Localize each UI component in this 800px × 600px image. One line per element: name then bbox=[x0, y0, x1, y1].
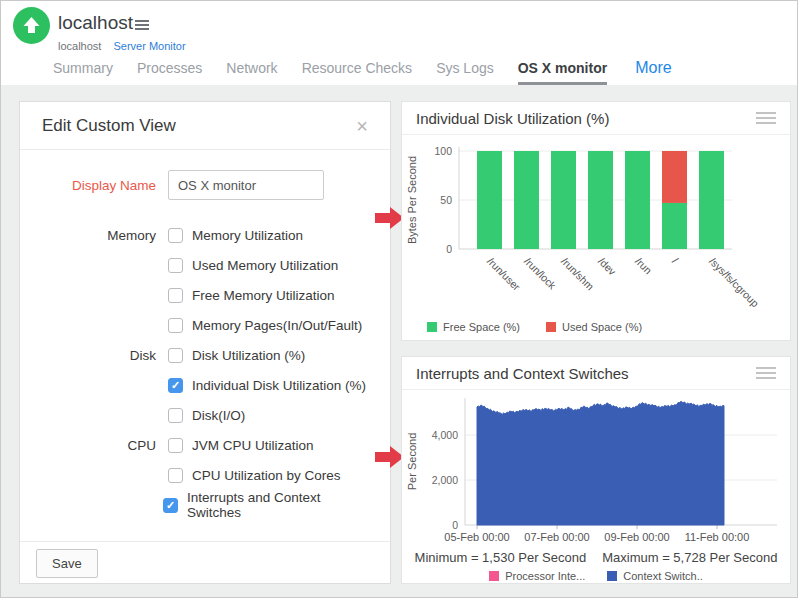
legend-swatch-icon bbox=[489, 571, 499, 581]
display-name-label: Display Name bbox=[40, 170, 156, 202]
title-hamburger-icon[interactable] bbox=[135, 20, 149, 32]
tab-summary[interactable]: Summary bbox=[53, 60, 113, 85]
x-tick-label: /run bbox=[633, 255, 654, 276]
y-axis-title: Per Second bbox=[406, 433, 418, 490]
x-tick-label: 09-Feb 00:00 bbox=[604, 531, 669, 543]
context-switches-area-series bbox=[477, 401, 724, 525]
bar-free-run bbox=[625, 151, 650, 249]
metric-label: Disk Utilization (%) bbox=[192, 348, 305, 363]
metric-row-free-memory-utilization: Free Memory Utilization bbox=[40, 280, 370, 310]
legend-label: Processor Inte... bbox=[505, 570, 585, 582]
panel-body: Display Name MemoryMemory UtilizationUse… bbox=[20, 150, 390, 520]
tab-resource-checks[interactable]: Resource Checks bbox=[302, 60, 413, 85]
tab-sys-logs[interactable]: Sys Logs bbox=[436, 60, 494, 85]
unchecked-checkbox-cpu-utilization-by-cores[interactable] bbox=[168, 468, 183, 483]
metric-label: Free Memory Utilization bbox=[192, 288, 335, 303]
page-title: localhost bbox=[58, 12, 133, 34]
x-tick-label: /run/lock bbox=[522, 255, 559, 292]
metric-label: Interrupts and Context Switches bbox=[187, 490, 370, 520]
metric-row-jvm-cpu-utilization: CPUJVM CPU Utilization bbox=[40, 430, 370, 460]
checked-checkbox-individual-disk-utilization[interactable] bbox=[168, 378, 183, 393]
x-tick-label: /run/user bbox=[485, 255, 523, 293]
x-tick-label: 11-Feb 00:00 bbox=[685, 531, 750, 543]
metric-label: Memory Pages(In/Out/Fault) bbox=[192, 318, 362, 333]
metric-row-individual-disk-utilization: Individual Disk Utilization (%) bbox=[40, 370, 370, 400]
unchecked-checkbox-free-memory-utilization[interactable] bbox=[168, 288, 183, 303]
disk-chart-menu-icon[interactable] bbox=[756, 109, 776, 127]
disk-chart-legend: Free Space (%)Used Space (%) bbox=[402, 314, 790, 340]
unchecked-checkbox-memory-pages-in-out-fault[interactable] bbox=[168, 318, 183, 333]
metric-label: Used Memory Utilization bbox=[192, 258, 338, 273]
legend-item-processor-inte[interactable]: Processor Inte... bbox=[489, 570, 585, 582]
interrupts-chart-header: Interrupts and Context Switches bbox=[402, 357, 790, 390]
disk-chart-header: Individual Disk Utilization (%) bbox=[402, 102, 790, 135]
y-tick-label: 4,000 bbox=[432, 429, 458, 441]
metric-label: Memory Utilization bbox=[192, 228, 303, 243]
tab-processes[interactable]: Processes bbox=[137, 60, 202, 85]
breadcrumb-server-monitor-link[interactable]: Server Monitor bbox=[113, 40, 185, 52]
panel-footer: Save bbox=[20, 541, 390, 583]
metric-row-used-memory-utilization: Used Memory Utilization bbox=[40, 250, 370, 280]
maximum-label: Maximum = 5,728 Per Second bbox=[602, 550, 777, 567]
group-label-cpu: CPU bbox=[40, 438, 156, 453]
checked-checkbox-interrupts-and-context-switches[interactable] bbox=[163, 498, 178, 513]
legend-swatch-icon bbox=[546, 322, 556, 332]
tab-bar: SummaryProcessesNetworkResource ChecksSy… bbox=[53, 59, 672, 85]
y-tick-label: 50 bbox=[440, 194, 452, 206]
legend-swatch-icon bbox=[427, 322, 437, 332]
display-name-input[interactable] bbox=[168, 170, 324, 200]
metric-label: JVM CPU Utilization bbox=[192, 438, 314, 453]
unchecked-checkbox-memory-utilization[interactable] bbox=[168, 228, 183, 243]
legend-swatch-icon bbox=[607, 571, 617, 581]
bar-free- bbox=[662, 203, 687, 249]
legend-label: Used Space (%) bbox=[562, 321, 642, 333]
more-tabs-link[interactable]: More bbox=[635, 59, 671, 85]
bar-free-run-shm bbox=[551, 151, 576, 249]
y-tick-label: 0 bbox=[446, 243, 452, 255]
panel-header: Edit Custom View × bbox=[20, 102, 390, 150]
metric-label: CPU Utilization by Cores bbox=[192, 468, 341, 483]
legend-item-free-space[interactable]: Free Space (%) bbox=[427, 321, 520, 333]
metric-row-disk-utilization: DiskDisk Utilization (%) bbox=[40, 340, 370, 370]
bar-free-dev bbox=[588, 151, 613, 249]
interrupts-chart-card: Interrupts and Context Switches 02,0004,… bbox=[401, 356, 791, 584]
close-icon[interactable]: × bbox=[356, 116, 368, 136]
bar-free-run-lock bbox=[514, 151, 539, 249]
x-tick-label: /sys/fs/cgroup bbox=[707, 255, 761, 309]
interrupts-area-chart: 02,0004,00005-Feb 00:0007-Feb 00:0009-Fe… bbox=[402, 390, 790, 546]
metric-row-cpu-utilization-by-cores: CPU Utilization by Cores bbox=[40, 460, 370, 490]
tab-os-x-monitor[interactable]: OS X monitor bbox=[518, 60, 607, 85]
y-tick-label: 2,000 bbox=[432, 474, 458, 486]
disk-bar-chart: 050100/run/user/run/lock/run/shm/dev/run… bbox=[402, 135, 790, 310]
x-tick-label: / bbox=[670, 255, 681, 266]
tab-network[interactable]: Network bbox=[226, 60, 277, 85]
minimum-label: Minimum = 1,530 Per Second bbox=[415, 550, 587, 567]
metric-row-disk-i-o: Disk(I/O) bbox=[40, 400, 370, 430]
metric-row-memory-utilization: MemoryMemory Utilization bbox=[40, 220, 370, 250]
disk-utilization-chart-card: Individual Disk Utilization (%) 050100/r… bbox=[401, 101, 791, 341]
group-label-memory: Memory bbox=[40, 228, 156, 243]
unchecked-checkbox-jvm-cpu-utilization[interactable] bbox=[168, 438, 183, 453]
breadcrumb: localhost Server Monitor bbox=[58, 40, 186, 52]
legend-label: Free Space (%) bbox=[443, 321, 520, 333]
unchecked-checkbox-disk-utilization[interactable] bbox=[168, 348, 183, 363]
interrupts-chart-menu-icon[interactable] bbox=[756, 364, 776, 382]
metric-label: Individual Disk Utilization (%) bbox=[192, 378, 366, 393]
legend-label: Context Switch.. bbox=[623, 570, 702, 582]
metric-label: Disk(I/O) bbox=[192, 408, 245, 423]
bar-free-sys-fs-cgroup bbox=[699, 151, 724, 249]
y-axis-title: Bytes Per Second bbox=[406, 156, 418, 244]
unchecked-checkbox-used-memory-utilization[interactable] bbox=[168, 258, 183, 273]
panel-title: Edit Custom View bbox=[42, 116, 176, 136]
unchecked-checkbox-disk-i-o[interactable] bbox=[168, 408, 183, 423]
bar-free-run-user bbox=[477, 151, 502, 249]
edit-custom-view-panel: Edit Custom View × Display Name MemoryMe… bbox=[19, 101, 391, 584]
monitor-status-icon bbox=[13, 7, 50, 44]
legend-item-used-space[interactable]: Used Space (%) bbox=[546, 321, 642, 333]
content-area: Edit Custom View × Display Name MemoryMe… bbox=[1, 85, 797, 597]
save-button[interactable]: Save bbox=[36, 549, 98, 578]
app-window: localhost localhost Server Monitor Summa… bbox=[0, 0, 798, 598]
metric-checkbox-list: MemoryMemory UtilizationUsed Memory Util… bbox=[40, 220, 370, 520]
y-tick-label: 100 bbox=[434, 145, 452, 157]
legend-item-context-switch[interactable]: Context Switch.. bbox=[607, 570, 702, 582]
